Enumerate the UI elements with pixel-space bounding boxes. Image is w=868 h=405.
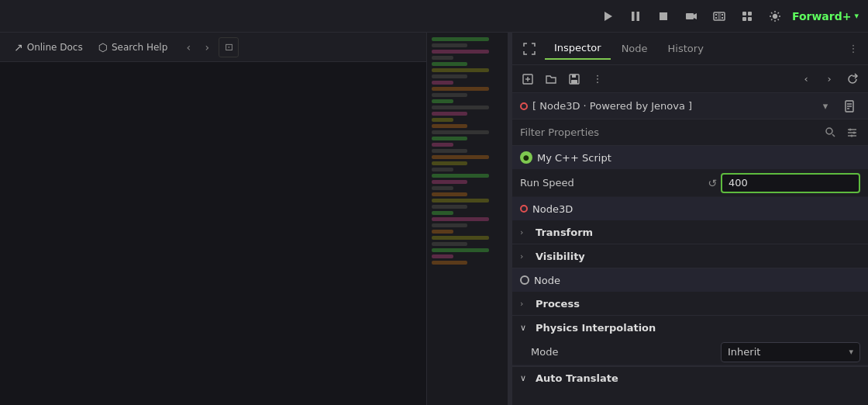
svg-point-35 xyxy=(850,135,852,137)
inspector-menu-button[interactable]: ⋮ xyxy=(845,40,862,57)
forward-chevron-icon: ▾ xyxy=(854,11,859,21)
transform-section: › Transform xyxy=(512,220,868,244)
visibility-header[interactable]: › Visibility xyxy=(512,244,868,268)
top-toolbar: Forward+ ▾ xyxy=(0,0,868,33)
physics-mode-value: Inherit xyxy=(728,346,760,358)
node3d-section-header: Node3D xyxy=(512,197,868,220)
movie-button[interactable] xyxy=(680,5,702,27)
film-button[interactable] xyxy=(708,5,730,27)
svg-rect-14 xyxy=(742,17,746,21)
nav-arrows: ‹ › xyxy=(180,39,215,56)
svg-rect-22 xyxy=(571,80,577,84)
nav-prev-button[interactable]: ‹ xyxy=(795,68,817,90)
more-options-button[interactable]: ⋮ xyxy=(587,68,608,90)
filter-row: Filter Properties xyxy=(512,119,868,146)
stop-button[interactable] xyxy=(653,5,674,27)
tab-inspector[interactable]: Inspector xyxy=(545,37,611,60)
svg-rect-3 xyxy=(660,12,667,20)
forward-plus-button[interactable]: Forward+ ▾ xyxy=(792,10,859,22)
process-section: › Process xyxy=(512,292,868,316)
script-title: My C++ Script xyxy=(537,152,611,164)
transform-label: Transform xyxy=(536,227,593,238)
physics-mode-row: Mode Inherit ▾ xyxy=(512,339,868,365)
svg-point-16 xyxy=(773,14,777,18)
nav-next-button[interactable]: › xyxy=(818,68,840,90)
external-link-icon: ↗ xyxy=(14,41,23,54)
online-docs-button[interactable]: ↗ Online Docs xyxy=(8,38,89,57)
svg-rect-13 xyxy=(748,12,752,16)
svg-marker-5 xyxy=(694,13,697,19)
svg-rect-15 xyxy=(748,17,752,21)
node-section-header: Node xyxy=(512,268,868,292)
grid-button[interactable] xyxy=(736,5,758,27)
process-chevron-icon: › xyxy=(520,299,531,309)
script-icon: ● xyxy=(520,151,532,164)
fullscreen-button[interactable] xyxy=(518,38,540,60)
visibility-chevron-icon: › xyxy=(520,251,531,261)
tab-node[interactable]: Node xyxy=(612,38,657,59)
svg-point-33 xyxy=(849,129,851,131)
physics-interpolation-header[interactable]: ∨ Physics Interpolation xyxy=(512,316,868,339)
process-header[interactable]: › Process xyxy=(512,292,868,315)
nav-back-button[interactable]: ‹ xyxy=(180,39,197,56)
svg-rect-12 xyxy=(742,12,746,16)
left-panel: ↗ Online Docs ⬡ Search Help ‹ › ⊡ xyxy=(0,33,426,405)
svg-rect-4 xyxy=(686,13,694,19)
node-section-title: Node xyxy=(534,275,560,286)
nav-forward-button[interactable]: › xyxy=(198,39,215,56)
node-dot-icon xyxy=(520,102,528,110)
main-content: ↗ Online Docs ⬡ Search Help ‹ › ⊡ xyxy=(0,33,868,405)
physics-interpolation-label: Physics Interpolation xyxy=(536,322,656,334)
physics-mode-chevron-icon: ▾ xyxy=(849,347,853,357)
inspector-body: ● My C++ Script Run Speed ↺ Node3D › Tra… xyxy=(512,146,868,405)
refresh-button[interactable] xyxy=(842,68,863,90)
run-speed-reset-button[interactable]: ↺ xyxy=(704,175,721,192)
run-speed-row: Run Speed ↺ xyxy=(512,169,868,197)
svg-point-34 xyxy=(852,132,855,134)
svg-rect-21 xyxy=(572,74,576,78)
filter-properties-label: Filter Properties xyxy=(520,126,817,138)
svg-rect-2 xyxy=(636,12,639,21)
node-label: [ Node3D · Powered by Jenova ] xyxy=(532,100,812,112)
svg-marker-0 xyxy=(604,12,612,21)
node-dropdown-button[interactable]: ▾ xyxy=(817,98,834,115)
settings-button[interactable] xyxy=(764,5,786,27)
physics-mode-label: Mode xyxy=(531,346,639,358)
svg-rect-10 xyxy=(722,17,723,19)
inspector-toolbar: ⋮ ‹ › xyxy=(512,65,868,93)
auto-translate-section[interactable]: ∨ Auto Translate xyxy=(512,366,868,389)
filter-tune-button[interactable] xyxy=(843,124,860,141)
transform-chevron-icon: › xyxy=(520,227,531,237)
pause-button[interactable] xyxy=(625,5,646,27)
node-section-dot-icon xyxy=(520,275,529,285)
run-speed-input[interactable] xyxy=(721,173,860,193)
auto-translate-label: Auto Translate xyxy=(536,372,618,384)
node-label-row: [ Node3D · Powered by Jenova ] ▾ xyxy=(512,93,868,119)
play-button[interactable] xyxy=(597,5,618,27)
layout-button[interactable]: ⊡ xyxy=(219,37,239,57)
svg-rect-7 xyxy=(715,14,717,16)
inspector-tabs: Inspector Node History ⋮ xyxy=(512,33,868,65)
search-nodes-icon: ⬡ xyxy=(98,41,108,54)
svg-rect-9 xyxy=(722,14,723,16)
transform-header[interactable]: › Transform xyxy=(512,220,868,244)
physics-interpolation-section: ∨ Physics Interpolation Mode Inherit ▾ xyxy=(512,316,868,366)
new-script-button[interactable] xyxy=(517,68,539,90)
filter-search-button[interactable] xyxy=(822,124,839,141)
svg-rect-11 xyxy=(718,13,721,19)
tab-history[interactable]: History xyxy=(659,38,713,59)
node-doc-button[interactable] xyxy=(839,95,860,117)
physics-mode-select[interactable]: Inherit ▾ xyxy=(721,342,860,362)
help-bar: ↗ Online Docs ⬡ Search Help ‹ › ⊡ xyxy=(0,33,426,62)
search-help-button[interactable]: ⬡ Search Help xyxy=(92,38,174,57)
node3d-title: Node3D xyxy=(532,203,573,215)
svg-point-28 xyxy=(826,128,832,134)
svg-rect-1 xyxy=(632,12,635,21)
open-script-button[interactable] xyxy=(540,68,562,90)
physics-chevron-icon: ∨ xyxy=(520,323,531,333)
save-script-button[interactable] xyxy=(563,68,585,90)
run-speed-label: Run Speed xyxy=(520,177,629,189)
script-section-header: ● My C++ Script xyxy=(512,146,868,169)
svg-line-29 xyxy=(832,134,835,137)
visibility-label: Visibility xyxy=(536,251,585,262)
